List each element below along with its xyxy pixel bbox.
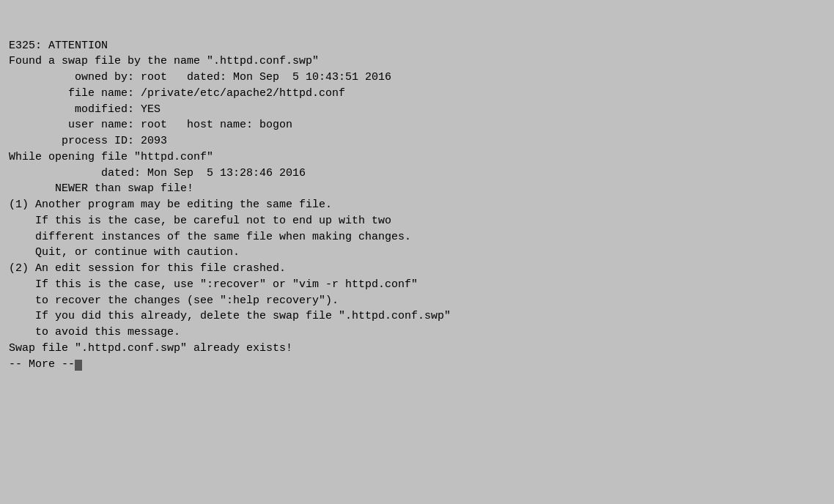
terminal-line: process ID: 2093 <box>9 133 825 149</box>
terminal-line: Swap file ".httpd.conf.swp" already exis… <box>9 341 825 357</box>
terminal-content: E325: ATTENTIONFound a swap file by the … <box>9 38 825 373</box>
terminal-line: owned by: root dated: Mon Sep 5 10:43:51… <box>9 70 825 86</box>
terminal-line: user name: root host name: bogon <box>9 117 825 133</box>
terminal-line: dated: Mon Sep 5 13:28:46 2016 <box>9 166 825 182</box>
terminal-cursor <box>75 360 82 371</box>
terminal-line: NEWER than swap file! <box>9 181 825 197</box>
terminal-line: modified: YES <box>9 102 825 118</box>
terminal-window: E325: ATTENTIONFound a swap file by the … <box>0 0 834 504</box>
terminal-line: While opening file "httpd.conf" <box>9 149 825 166</box>
terminal-line: to avoid this message. <box>9 325 825 341</box>
terminal-line: If this is the case, use ":recover" or "… <box>9 277 825 293</box>
terminal-line: -- More -- <box>9 357 825 373</box>
terminal-line: different instances of the same file whe… <box>9 229 825 245</box>
terminal-line: Quit, or continue with caution. <box>9 245 825 261</box>
terminal-line: Found a swap file by the name ".httpd.co… <box>9 53 825 70</box>
terminal-line: If you did this already, delete the swap… <box>9 308 825 325</box>
terminal-line: to recover the changes (see ":help recov… <box>9 293 825 309</box>
terminal-line: (1) Another program may be editing the s… <box>9 197 825 213</box>
terminal-line: E325: ATTENTION <box>9 38 825 54</box>
terminal-line: (2) An edit session for this file crashe… <box>9 261 825 277</box>
terminal-line: If this is the case, be careful not to e… <box>9 213 825 229</box>
terminal-line: file name: /private/etc/apache2/httpd.co… <box>9 86 825 102</box>
